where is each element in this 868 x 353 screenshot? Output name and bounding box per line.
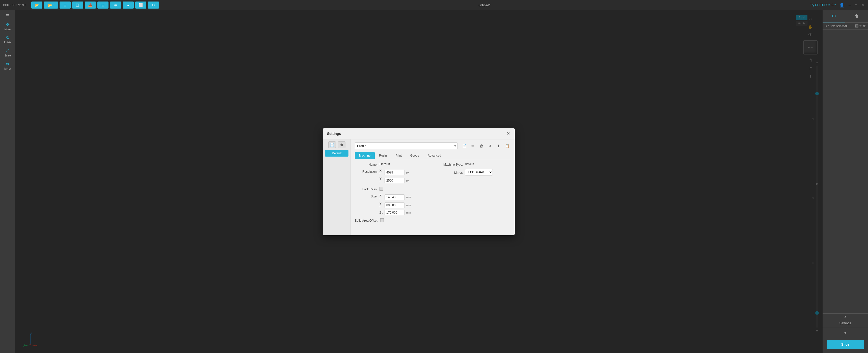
size-x-input[interactable]: [384, 194, 405, 200]
lock-ratio-row: Lock Ratio:: [355, 187, 428, 191]
scroll-up-button[interactable]: ▲: [823, 314, 868, 319]
build-area-offset-row: Build Area Offset:: [355, 218, 428, 222]
dialog-close-button[interactable]: ✕: [506, 131, 511, 136]
cut-button[interactable]: ✂: [148, 1, 159, 8]
tab-print[interactable]: Print: [391, 152, 406, 159]
settings-panel-label: Settings: [823, 319, 868, 327]
sidebar-item-mirror[interactable]: ⇔ Mirror: [1, 60, 14, 72]
name-row: Name: Default: [355, 162, 428, 166]
right-panel-content: [823, 30, 868, 313]
resolution-x-row: X : px: [379, 169, 409, 176]
app-title: CHITUBOX V1.9.5: [3, 3, 26, 6]
profile-select[interactable]: Profile: [355, 142, 458, 149]
resolution-y-row: Y : px: [379, 177, 409, 184]
resolution-y-input[interactable]: [384, 178, 405, 183]
arrange2-button[interactable]: ⊟: [97, 1, 108, 8]
scroll-down-button[interactable]: ▼: [823, 330, 868, 336]
size-row: Size: X : mm Y : mm: [355, 194, 428, 215]
resolution-y-unit: px: [406, 179, 409, 182]
right-panel-tabs: ⚙ 🗑: [823, 10, 868, 23]
open2-button[interactable]: 📂↑: [44, 1, 58, 8]
resolution-inputs: X : px Y : px: [379, 169, 409, 184]
mirror-label: Mirror:: [438, 170, 463, 174]
profile-add-button[interactable]: 📄: [328, 141, 336, 148]
settings-tab[interactable]: ⚙: [823, 10, 845, 23]
build-area-offset-label: Build Area Offset:: [355, 218, 378, 222]
scale-icon: ⤢: [6, 48, 9, 54]
mirror-select[interactable]: LCD_mirror: [465, 169, 493, 175]
tab-gcode[interactable]: Gcode: [406, 152, 424, 159]
size-label: Size:: [355, 194, 377, 198]
size-y-row: Y : mm: [379, 202, 411, 209]
select-all-label: Select All: [836, 25, 855, 28]
machine-type-row: Machine Type: default: [438, 162, 511, 166]
size-x-row: X : mm: [379, 194, 411, 201]
menu-button[interactable]: ☰: [3, 12, 12, 19]
profile-upload-btn[interactable]: ⬆: [495, 142, 502, 150]
slice-button[interactable]: Slice: [827, 340, 864, 349]
size-y-label: Y :: [379, 202, 383, 209]
toolbar: 📂 📂↑ ⊞ ❑ 📤 ⊟ ⊕ ▲ ⬜ ✂: [31, 1, 159, 8]
profile-delete-button[interactable]: 🗑: [338, 141, 345, 148]
trash-tab[interactable]: 🗑: [845, 10, 868, 23]
hollow-button[interactable]: ⬜: [135, 1, 146, 8]
close-button[interactable]: ✕: [861, 3, 865, 7]
size-inputs: X : mm Y : mm Z :: [379, 194, 411, 215]
profile-refresh-btn[interactable]: ↺: [487, 142, 494, 150]
maximize-button[interactable]: □: [854, 3, 859, 7]
sidebar-item-move[interactable]: ✥ Move: [1, 20, 14, 32]
size-x-label: X :: [379, 194, 383, 201]
size-z-label: Z :: [379, 211, 383, 214]
edit-icon[interactable]: ✏: [860, 24, 862, 28]
tab-resin[interactable]: Resin: [375, 152, 391, 159]
arrange-button[interactable]: ⊞: [60, 1, 71, 8]
profile-new-btn[interactable]: 📄: [461, 142, 468, 150]
sidebar-item-label: Move: [4, 28, 10, 31]
lock-ratio-checkbox[interactable]: [379, 187, 383, 191]
size-z-unit: mm: [406, 211, 411, 214]
settings-form: Name: Default Resolution: X : px: [355, 162, 511, 225]
modal-overlay: Settings ✕ 📄 🗑 Default Profile ▼: [15, 10, 823, 353]
sidebar-item-label: Scale: [4, 54, 10, 57]
form-right-col: Machine Type: default Mirror: LCD_mirror: [438, 162, 511, 225]
group-button[interactable]: ⊕: [110, 1, 121, 8]
window-title: untitled*: [159, 3, 810, 7]
size-y-unit: mm: [406, 204, 411, 207]
resolution-x-unit: px: [406, 171, 409, 174]
sidebar-item-rotate[interactable]: ↻ Rotate: [1, 33, 14, 45]
profile-copy-btn[interactable]: 📋: [504, 142, 511, 150]
size-y-input[interactable]: [384, 202, 405, 208]
profile-default-item[interactable]: Default: [325, 150, 348, 157]
file-list-header: File List: Select All ✏ 🗑: [823, 23, 868, 30]
profile-trash-btn[interactable]: 🗑: [478, 142, 485, 150]
settings-content: Profile ▼ 📄 ✏ 🗑 ↺ ⬆ 📋 Machine Resi: [351, 139, 515, 235]
account-icon[interactable]: 👤: [839, 3, 844, 7]
size-x-unit: mm: [406, 196, 411, 199]
settings-section: ▲ Settings ▼: [823, 313, 868, 336]
move-icon: ✥: [6, 22, 9, 27]
try-pro-link[interactable]: Try CHITUBOX Pro: [810, 3, 836, 7]
tab-machine[interactable]: Machine: [355, 152, 375, 159]
select-all-checkbox[interactable]: [856, 25, 859, 28]
size-z-input[interactable]: [384, 210, 405, 215]
export-button[interactable]: 📤: [85, 1, 96, 8]
open-button[interactable]: 📂: [31, 1, 42, 8]
size-z-row: Z : mm: [379, 210, 411, 215]
dialog-title: Settings: [327, 132, 341, 136]
sidebar-item-label: Rotate: [4, 41, 11, 44]
support-button[interactable]: ▲: [123, 1, 134, 8]
copy-button[interactable]: ❑: [72, 1, 83, 8]
titlebar-right: Try CHITUBOX Pro 👤: [810, 3, 844, 7]
profile-actions: 📄 🗑: [325, 141, 348, 148]
sidebar-item-scale[interactable]: ⤢ Scale: [1, 46, 14, 59]
minimize-button[interactable]: ─: [847, 3, 852, 7]
profile-edit-btn[interactable]: ✏: [469, 142, 476, 150]
build-area-offset-checkbox[interactable]: [380, 218, 384, 222]
dialog-body: 📄 🗑 Default Profile ▼ 📄 ✏ 🗑: [323, 139, 515, 235]
tab-advanced[interactable]: Advanced: [424, 152, 445, 159]
slice-button-area: Slice: [823, 336, 868, 353]
right-panel: ⚙ 🗑 File List: Select All ✏ 🗑 ▲ Settings…: [823, 10, 868, 353]
mirror-row: Mirror: LCD_mirror: [438, 169, 511, 175]
resolution-x-input[interactable]: [384, 170, 405, 175]
delete-icon[interactable]: 🗑: [863, 24, 866, 28]
